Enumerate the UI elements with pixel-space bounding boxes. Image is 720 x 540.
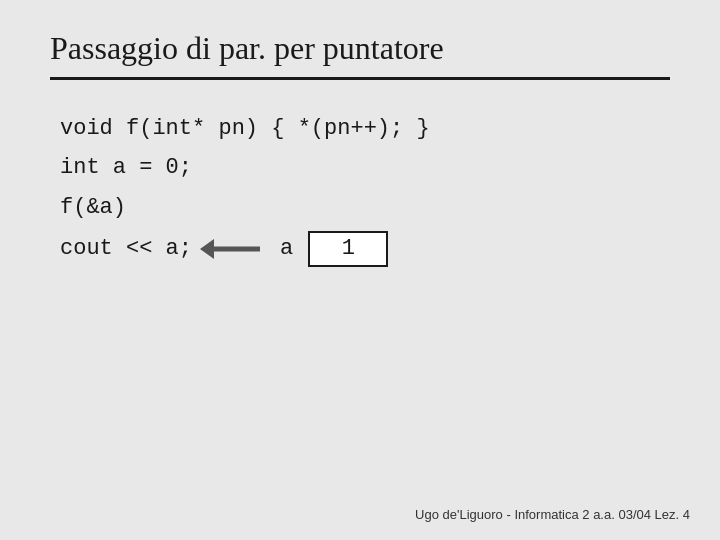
- variable-value: 1: [342, 230, 355, 267]
- slide: Passaggio di par. per puntatore void f(i…: [0, 0, 720, 540]
- slide-title: Passaggio di par. per puntatore: [50, 30, 670, 67]
- variable-display: a 1: [280, 230, 388, 267]
- code-line-3: f(&a): [60, 189, 670, 226]
- variable-label: a: [280, 230, 293, 267]
- slide-footer: Ugo de'Liguoro - Informatica 2 a.a. 03/0…: [415, 507, 690, 522]
- variable-value-box: 1: [308, 231, 388, 267]
- arrow-row: cout << a; a 1: [60, 230, 670, 267]
- code-block: void f(int* pn) { *(pn++); } int a = 0; …: [60, 110, 670, 268]
- code-text-4: cout << a;: [60, 230, 192, 267]
- code-text-1: void f(int* pn) { *(pn++); }: [60, 110, 430, 147]
- code-line-1: void f(int* pn) { *(pn++); }: [60, 110, 670, 147]
- arrow-container: [200, 239, 260, 259]
- left-arrow-icon: [200, 239, 260, 259]
- code-line-2: int a = 0;: [60, 149, 670, 186]
- code-text-2: int a = 0;: [60, 149, 192, 186]
- code-text-3: f(&a): [60, 189, 126, 226]
- title-divider: [50, 77, 670, 80]
